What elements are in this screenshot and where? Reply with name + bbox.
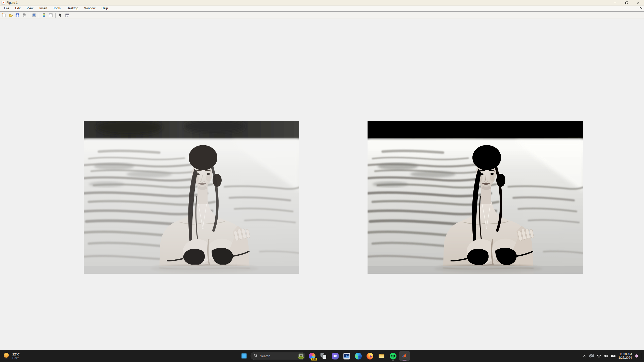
wifi-icon[interactable] [597,354,601,358]
firefox-icon [367,353,373,359]
menu-help[interactable]: Help [98,6,111,11]
menu-view[interactable]: View [24,6,36,11]
copilot-icon: PRE [309,353,315,359]
weather-condition: Haze [12,356,20,360]
spotify-running-indicator [392,360,394,360]
battery-charging-icon[interactable] [611,354,616,358]
taskbar: 12°C Haze Search [0,350,644,362]
close-button[interactable] [632,0,644,6]
menu-insert[interactable]: Insert [36,6,50,11]
search-box[interactable]: Search [251,352,305,360]
weather-widget[interactable]: 12°C Haze [3,350,20,362]
restore-button[interactable] [621,0,632,6]
save-figure-button[interactable] [15,13,20,18]
start-button[interactable] [239,351,249,361]
tray-clock[interactable]: 11:38 AM 1/25/2024 [619,352,632,359]
spotify-button[interactable] [388,351,398,361]
insert-colorbar-button[interactable] [41,13,47,18]
figure-toolbar [0,12,644,19]
matlab-logo-icon [1,1,5,5]
dock-figure-arrow-icon[interactable] [639,7,643,10]
titlebar: Figure 1 [0,0,644,6]
right-image [368,121,583,274]
photos-button[interactable] [342,351,352,361]
weather-haze-icon [3,352,10,360]
system-tray: 11:38 AM 1/25/2024 [583,350,642,362]
photos-icon [343,353,350,359]
chat-video-icon [332,353,339,359]
show-desktop-button[interactable] [642,353,642,359]
toolbar-separator [39,13,39,18]
notification-bell-icon[interactable] [634,354,639,358]
chat-button[interactable] [330,351,340,361]
edge-button[interactable] [353,351,363,361]
insert-legend-button[interactable] [48,13,53,18]
onedrive-icon[interactable] [589,354,594,358]
task-view-button[interactable] [318,351,329,361]
toolbar-separator [29,13,29,18]
figure-canvas [0,19,644,350]
copilot-pre-badge: PRE [311,358,317,360]
edge-icon [355,353,362,359]
toolbar-separator [55,13,56,18]
menubar: File Edit View Insert Tools Desktop Wind… [0,6,644,12]
menu-tools[interactable]: Tools [50,6,64,11]
search-placeholder: Search [260,354,295,358]
file-explorer-button[interactable] [376,351,386,361]
tray-date: 1/25/2024 [619,356,632,359]
bing-daily-image[interactable] [298,353,304,359]
task-view-icon [320,353,327,359]
menu-file[interactable]: File [1,6,12,11]
matlab-button[interactable] [399,351,410,361]
taskbar-center: Search PRE [239,351,410,361]
matlab-active-indicator [403,360,407,360]
edit-plot-button[interactable] [58,13,63,18]
menu-edit[interactable]: Edit [12,6,24,11]
print-figure-button[interactable] [21,13,27,18]
window-title: Figure 1 [7,1,18,5]
new-figure-button[interactable] [1,13,7,18]
link-plot-button[interactable] [31,13,37,18]
open-file-button[interactable] [8,13,13,18]
copilot-button[interactable]: PRE [307,351,317,361]
left-image [84,121,299,274]
tray-time: 11:38 AM [619,352,632,356]
property-inspector-button[interactable] [64,13,70,18]
volume-icon[interactable] [604,354,609,358]
weather-temperature: 12°C [12,352,20,356]
window-controls [609,0,644,6]
minimize-button[interactable] [609,0,621,6]
matlab-icon [401,352,408,360]
file-explorer-icon [378,352,385,360]
spotify-icon [390,353,396,359]
menu-window[interactable]: Window [81,6,98,11]
hidden-icons-chevron[interactable] [583,354,586,358]
search-icon [254,354,258,358]
screen: Figure 1 File Edit View Insert Too [0,0,644,362]
firefox-button[interactable] [365,351,375,361]
menu-desktop[interactable]: Desktop [64,6,81,11]
